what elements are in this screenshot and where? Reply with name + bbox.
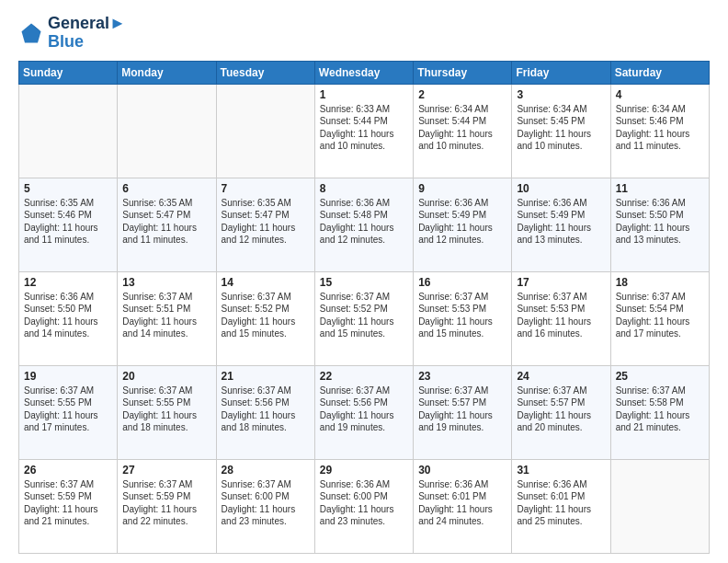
- calendar-cell: 4Sunrise: 6:34 AMSunset: 5:46 PMDaylight…: [610, 84, 709, 178]
- calendar-cell: [610, 459, 709, 553]
- calendar-cell: 28Sunrise: 6:37 AMSunset: 6:00 PMDayligh…: [216, 459, 314, 553]
- week-row-2: 12Sunrise: 6:36 AMSunset: 5:50 PMDayligh…: [19, 271, 710, 365]
- day-number: 22: [320, 370, 408, 383]
- weekday-monday: Monday: [118, 61, 216, 84]
- cell-text-line: Sunset: 5:57 PM: [517, 396, 605, 409]
- calendar-cell: 19Sunrise: 6:37 AMSunset: 5:55 PMDayligh…: [19, 365, 118, 459]
- calendar-cell: 9Sunrise: 6:36 AMSunset: 5:49 PMDaylight…: [414, 178, 512, 271]
- cell-text-line: and 14 minutes.: [122, 327, 210, 340]
- cell-text-line: Sunrise: 6:37 AM: [616, 385, 704, 397]
- weekday-saturday: Saturday: [610, 61, 709, 84]
- cell-text-line: Sunrise: 6:37 AM: [122, 291, 210, 304]
- cell-text-line: Sunset: 5:50 PM: [24, 303, 112, 316]
- cell-text-line: Sunset: 5:53 PM: [517, 303, 605, 316]
- logo-line1: General►: [48, 15, 126, 33]
- day-number: 1: [320, 88, 408, 101]
- day-number: 13: [122, 276, 210, 289]
- cell-text-line: Daylight: 11 hours: [418, 222, 506, 235]
- day-number: 5: [24, 182, 112, 195]
- cell-text-line: and 12 minutes.: [222, 234, 310, 247]
- cell-text-line: Daylight: 11 hours: [122, 222, 210, 235]
- cell-text-line: and 16 minutes.: [517, 327, 605, 340]
- cell-text-line: Daylight: 11 hours: [222, 222, 310, 235]
- weekday-sunday: Sunday: [19, 61, 118, 84]
- cell-text-line: and 10 minutes.: [517, 140, 605, 153]
- cell-text-line: Sunrise: 6:34 AM: [418, 103, 506, 116]
- cell-text-line: and 17 minutes.: [616, 327, 704, 340]
- cell-text-line: Sunset: 5:46 PM: [24, 209, 112, 222]
- calendar-cell: 22Sunrise: 6:37 AMSunset: 5:56 PMDayligh…: [314, 365, 413, 459]
- week-row-1: 5Sunrise: 6:35 AMSunset: 5:46 PMDaylight…: [19, 178, 710, 271]
- cell-text-line: Sunset: 5:48 PM: [320, 209, 408, 222]
- cell-text-line: Sunrise: 6:37 AM: [24, 478, 112, 491]
- day-number: 2: [418, 88, 506, 101]
- cell-text-line: and 15 minutes.: [222, 327, 310, 340]
- cell-text-line: Sunset: 6:00 PM: [320, 490, 408, 503]
- cell-text-line: Sunset: 5:47 PM: [222, 209, 310, 222]
- day-number: 23: [418, 370, 506, 383]
- cell-text-line: Daylight: 11 hours: [616, 222, 704, 235]
- cell-text-line: and 12 minutes.: [320, 234, 408, 247]
- calendar-cell: 7Sunrise: 6:35 AMSunset: 5:47 PMDaylight…: [216, 178, 314, 271]
- cell-text-line: Sunrise: 6:36 AM: [418, 197, 506, 210]
- cell-text-line: Daylight: 11 hours: [24, 503, 112, 516]
- cell-text-line: Daylight: 11 hours: [616, 316, 704, 328]
- cell-text-line: Sunrise: 6:37 AM: [122, 385, 210, 397]
- cell-text-line: Sunset: 5:45 PM: [517, 115, 605, 128]
- cell-text-line: Sunrise: 6:37 AM: [517, 291, 605, 304]
- cell-text-line: Daylight: 11 hours: [122, 316, 210, 328]
- cell-text-line: and 24 minutes.: [418, 515, 506, 528]
- day-number: 12: [24, 276, 112, 289]
- cell-text-line: Daylight: 11 hours: [517, 316, 605, 328]
- week-row-0: 1Sunrise: 6:33 AMSunset: 5:44 PMDaylight…: [19, 84, 710, 178]
- cell-text-line: Sunset: 5:44 PM: [418, 115, 506, 128]
- day-number: 19: [24, 370, 112, 383]
- calendar-cell: [216, 84, 314, 178]
- cell-text-line: Sunrise: 6:36 AM: [517, 478, 605, 491]
- day-number: 28: [222, 464, 310, 477]
- cell-text-line: Daylight: 11 hours: [616, 128, 704, 141]
- calendar-cell: 13Sunrise: 6:37 AMSunset: 5:51 PMDayligh…: [118, 271, 216, 365]
- day-number: 15: [320, 276, 408, 289]
- cell-text-line: and 18 minutes.: [222, 421, 310, 434]
- day-number: 20: [122, 370, 210, 383]
- calendar-cell: [19, 84, 118, 178]
- cell-text-line: and 11 minutes.: [122, 234, 210, 247]
- cell-text-line: and 21 minutes.: [616, 421, 704, 434]
- cell-text-line: and 10 minutes.: [320, 140, 408, 153]
- calendar-cell: 12Sunrise: 6:36 AMSunset: 5:50 PMDayligh…: [19, 271, 118, 365]
- cell-text-line: and 19 minutes.: [418, 421, 506, 434]
- cell-text-line: and 19 minutes.: [320, 421, 408, 434]
- cell-text-line: Sunset: 5:59 PM: [24, 490, 112, 503]
- cell-text-line: Daylight: 11 hours: [418, 128, 506, 141]
- cell-text-line: Sunrise: 6:37 AM: [616, 291, 704, 304]
- cell-text-line: Daylight: 11 hours: [320, 222, 408, 235]
- calendar-cell: [118, 84, 216, 178]
- calendar-cell: 10Sunrise: 6:36 AMSunset: 5:49 PMDayligh…: [512, 178, 610, 271]
- logo-icon: [18, 20, 44, 46]
- day-number: 21: [222, 370, 310, 383]
- cell-text-line: Sunrise: 6:37 AM: [418, 385, 506, 397]
- cell-text-line: and 10 minutes.: [418, 140, 506, 153]
- cell-text-line: Daylight: 11 hours: [616, 409, 704, 422]
- cell-text-line: Daylight: 11 hours: [320, 316, 408, 328]
- weekday-tuesday: Tuesday: [216, 61, 314, 84]
- day-number: 8: [320, 182, 408, 195]
- calendar-cell: 11Sunrise: 6:36 AMSunset: 5:50 PMDayligh…: [610, 178, 709, 271]
- cell-text-line: Sunrise: 6:36 AM: [616, 197, 704, 210]
- cell-text-line: Daylight: 11 hours: [517, 222, 605, 235]
- cell-text-line: Sunset: 5:50 PM: [616, 209, 704, 222]
- day-number: 27: [122, 464, 210, 477]
- cell-text-line: and 11 minutes.: [616, 140, 704, 153]
- day-number: 3: [517, 88, 605, 101]
- cell-text-line: Daylight: 11 hours: [24, 222, 112, 235]
- calendar-cell: 31Sunrise: 6:36 AMSunset: 6:01 PMDayligh…: [512, 459, 610, 553]
- cell-text-line: Sunset: 5:44 PM: [320, 115, 408, 128]
- cell-text-line: Sunset: 5:49 PM: [418, 209, 506, 222]
- calendar-cell: 2Sunrise: 6:34 AMSunset: 5:44 PMDaylight…: [414, 84, 512, 178]
- cell-text-line: Sunset: 5:52 PM: [320, 303, 408, 316]
- calendar-cell: 26Sunrise: 6:37 AMSunset: 5:59 PMDayligh…: [19, 459, 118, 553]
- cell-text-line: and 25 minutes.: [517, 515, 605, 528]
- cell-text-line: and 12 minutes.: [418, 234, 506, 247]
- cell-text-line: Sunset: 5:56 PM: [222, 396, 310, 409]
